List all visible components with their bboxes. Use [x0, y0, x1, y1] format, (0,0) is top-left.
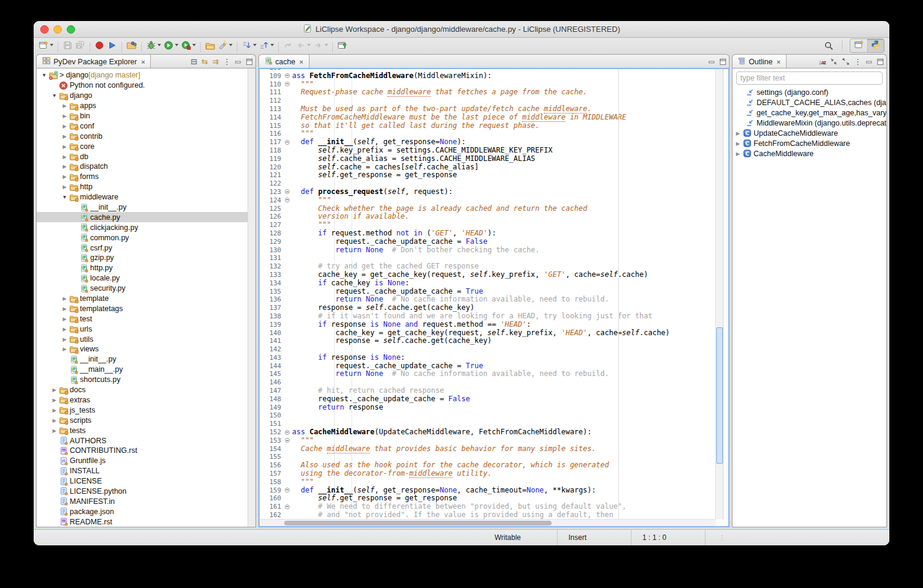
- expander-closed-icon[interactable]: ▶: [50, 428, 58, 434]
- title-bar[interactable]: LiClipse Workspace - django/django/middl…: [34, 21, 889, 38]
- maximize-icon[interactable]: [246, 58, 253, 65]
- next-annotation-button[interactable]: [240, 38, 258, 52]
- tree-item[interactable]: ▶bin: [37, 111, 255, 121]
- tree-item[interactable]: INSTALL: [37, 466, 255, 476]
- search-torch-button[interactable]: [216, 38, 234, 52]
- expander-closed-icon[interactable]: ▶: [734, 130, 742, 136]
- code-line[interactable]: 162 # and "not provided". If the value i…: [260, 511, 716, 520]
- fold-marker-icon[interactable]: [283, 138, 292, 147]
- dropdown-caret-icon[interactable]: [192, 44, 196, 46]
- code-line[interactable]: 117 def __init__(self, get_response=None…: [260, 138, 716, 147]
- dropdown-caret-icon[interactable]: [253, 44, 257, 46]
- tree-item[interactable]: ▶utils: [37, 334, 255, 344]
- tree-item[interactable]: RSTREADME.rst: [37, 517, 255, 527]
- code-line[interactable]: 124 """: [260, 196, 716, 205]
- dropdown-caret-icon[interactable]: [324, 44, 328, 46]
- code-line[interactable]: 159 def __init__(self, get_response=None…: [260, 486, 716, 495]
- expander-closed-icon[interactable]: ▶: [50, 387, 58, 393]
- code-line[interactable]: 137 response = self.cache.get(cache_key): [260, 304, 716, 312]
- tree-item[interactable]: ▶core: [37, 141, 255, 151]
- code-line[interactable]: 129 request._cache_update_cache = False: [260, 238, 716, 246]
- tree-item[interactable]: ▶db: [37, 151, 255, 162]
- code-line[interactable]: 144 request._cache_update_cache = True: [260, 362, 716, 371]
- maximize-icon[interactable]: [719, 58, 727, 65]
- tree-item[interactable]: AUTHORS: [37, 435, 255, 446]
- tree-item[interactable]: MANIFEST.in: [37, 496, 255, 506]
- outline-item[interactable]: MiddlewareMixin (django.utils.deprecatio…: [733, 118, 886, 128]
- expander-closed-icon[interactable]: ▶: [61, 123, 69, 129]
- code-line[interactable]: 160 self.get_response = get_response: [260, 494, 716, 503]
- tree-item[interactable]: LICENSE.python: [37, 486, 255, 497]
- tree-item[interactable]: ▶contrib: [37, 131, 255, 141]
- code-line[interactable]: 123 def process_request(self, request):: [260, 188, 716, 196]
- dropdown-caret-icon[interactable]: [229, 44, 233, 46]
- tree-item[interactable]: RSTCONTRIBUTING.rst: [37, 446, 255, 456]
- close-icon[interactable]: ×: [141, 58, 145, 65]
- expander-closed-icon[interactable]: ▶: [61, 144, 69, 150]
- code-line[interactable]: 110 """: [260, 80, 716, 89]
- tree-item[interactable]: ▶forms: [37, 172, 255, 182]
- tree-item[interactable]: ▶views: [37, 344, 255, 354]
- code-line[interactable]: 116 """: [260, 130, 716, 138]
- outline-item[interactable]: ▶CFetchFromCacheMiddleware: [733, 138, 886, 148]
- outline-item[interactable]: ▶CCacheMiddleware: [733, 148, 886, 159]
- editor-vertical-scrollbar[interactable]: [715, 69, 723, 520]
- editor-horizontal-scrollbar[interactable]: [260, 519, 716, 526]
- code-line[interactable]: 114 FetchFromCacheMiddleware must be the…: [260, 114, 716, 122]
- tree-item[interactable]: ▶conf: [37, 121, 255, 131]
- code-line[interactable]: 157 using the decorator-from-middleware …: [260, 470, 716, 478]
- prev-annotation-button[interactable]: [258, 38, 275, 52]
- expander-closed-icon[interactable]: ▶: [50, 397, 58, 403]
- code-line[interactable]: 126 version if available.: [260, 213, 716, 221]
- code-line[interactable]: 133 cache_key = get_cache_key(request, s…: [260, 271, 716, 279]
- code-line[interactable]: 130 return None # Don't bother checking …: [260, 246, 716, 255]
- code-line[interactable]: 119 self.cache_alias = settings.CACHE_MI…: [260, 155, 716, 163]
- outline-item[interactable]: DEFAULT_CACHE_ALIAS,caches (django.core.…: [733, 97, 886, 108]
- tree-item[interactable]: ▼django: [37, 91, 255, 101]
- tree-item[interactable]: JSGruntfile.js: [37, 456, 255, 466]
- code-line[interactable]: 138 # if it wasn't found and we are look…: [260, 312, 716, 321]
- back-button[interactable]: [294, 38, 312, 52]
- focus-task-icon[interactable]: ⇉: [212, 58, 219, 65]
- tree-item[interactable]: P__init__.py: [37, 354, 255, 365]
- code-line[interactable]: 115 so that it'll get called last during…: [260, 122, 716, 130]
- expander-closed-icon[interactable]: ▶: [61, 174, 69, 180]
- code-line[interactable]: 146: [260, 378, 716, 387]
- code-line[interactable]: 122: [260, 180, 716, 188]
- dropdown-caret-icon[interactable]: [157, 44, 161, 46]
- code-line[interactable]: 145 return None # No cache information a…: [260, 370, 716, 378]
- tree-item[interactable]: Psecurity.py: [37, 283, 255, 294]
- minimize-icon[interactable]: [866, 59, 873, 65]
- code-line[interactable]: 151: [260, 420, 716, 428]
- code-line[interactable]: 131: [260, 254, 716, 262]
- expander-open-icon[interactable]: ▼: [50, 92, 58, 99]
- tree-item[interactable]: ▶templatetags: [37, 303, 255, 314]
- code-line[interactable]: 139 if response is None and request.meth…: [260, 321, 716, 329]
- expander-closed-icon[interactable]: ▶: [61, 133, 69, 139]
- fold-marker-icon[interactable]: [283, 437, 292, 445]
- code-line[interactable]: 154 Cache middleware that provides basic…: [260, 445, 716, 453]
- resume-blue-button[interactable]: [106, 38, 118, 52]
- tree-item[interactable]: ▶template: [37, 294, 255, 304]
- forward-button[interactable]: [312, 38, 329, 52]
- outline-item[interactable]: settings (django.conf): [733, 87, 886, 97]
- dropdown-caret-icon[interactable]: [270, 44, 274, 46]
- code-line[interactable]: 134 if cache_key is None:: [260, 279, 716, 288]
- run-button[interactable]: [162, 38, 180, 52]
- dropdown-caret-icon[interactable]: [175, 44, 178, 46]
- code-line[interactable]: 150: [260, 411, 716, 420]
- outline-filter-input[interactable]: type filter text: [736, 71, 883, 85]
- search-magnifier-button[interactable]: [823, 39, 835, 52]
- expander-closed-icon[interactable]: ▶: [61, 316, 69, 322]
- expander-closed-icon[interactable]: ▶: [61, 336, 69, 342]
- expander-closed-icon[interactable]: ▶: [61, 346, 69, 352]
- expander-closed-icon[interactable]: ▶: [61, 154, 69, 160]
- tree-item[interactable]: ▼middleware: [37, 192, 255, 202]
- view-menu-icon[interactable]: ⋮: [223, 58, 231, 65]
- tab-cache-editor[interactable]: P cache ×: [259, 55, 309, 68]
- pin-editor-button[interactable]: [336, 38, 349, 52]
- dropdown-caret-icon[interactable]: [307, 44, 311, 46]
- fold-marker-icon[interactable]: [283, 503, 292, 511]
- tree-item[interactable]: ▼P> django [django master]: [37, 70, 255, 80]
- expander-closed-icon[interactable]: ▶: [734, 141, 742, 147]
